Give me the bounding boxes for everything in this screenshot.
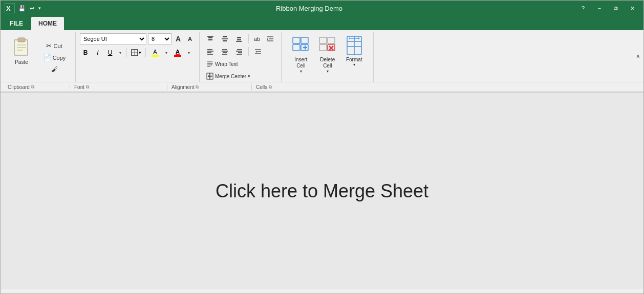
cells-expander[interactable]: ⧉ (269, 84, 272, 90)
svg-text:X: X (6, 5, 11, 12)
delete-cell-label: DeleteCell (320, 57, 335, 69)
align-right-button[interactable] (232, 46, 246, 57)
underline-button[interactable]: U (104, 47, 116, 58)
quick-access-toolbar: 💾 ↩ ▾ (17, 4, 42, 13)
svg-rect-16 (237, 37, 241, 38)
fill-color-button[interactable]: A (148, 47, 162, 58)
font-group: Segoe UI Arial Calibri 8 9 10 11 12 A A … (76, 32, 200, 82)
decrease-indent-button[interactable] (251, 46, 265, 57)
font-name-select[interactable]: Segoe UI Arial Calibri (80, 33, 146, 44)
merge-center-button[interactable]: Merge Center ▾ (204, 71, 253, 82)
borders-button[interactable]: ▾ (130, 47, 143, 58)
svg-marker-46 (208, 75, 209, 77)
format-label: Format (346, 57, 362, 62)
align-sep1 (248, 34, 249, 43)
align-bottom-icon (235, 35, 243, 43)
merge-center-dropdown[interactable]: ▾ (248, 74, 250, 79)
window-controls: ? − ⧉ ✕ (576, 3, 639, 14)
font-shrink-button[interactable]: A (185, 33, 195, 44)
clipboard-expander[interactable]: ⧉ (31, 84, 34, 90)
svg-rect-3 (18, 38, 25, 42)
fill-color-dropdown[interactable]: ▾ (163, 47, 170, 58)
separator2 (145, 48, 146, 57)
format-button[interactable]: Format ▾ (342, 33, 367, 69)
group-labels: Clipboard ⧉ Font ⧉ Alignment ⧉ Cells ⧉ (4, 84, 640, 90)
format-painter-button[interactable]: 🖌 (36, 64, 72, 75)
paste-button[interactable]: Paste (8, 33, 35, 82)
tab-home[interactable]: HOME (31, 17, 64, 30)
clipboard-group: Paste ✂ Cut 📄 Copy 🖌 (4, 32, 76, 82)
paste-icon (12, 36, 31, 59)
align-bottom-section: Wrap Text Merge Center ▾ (204, 46, 277, 82)
cells-label: Cells ⧉ (252, 84, 341, 90)
content-area[interactable]: Click here to Merge Sheet (1, 93, 643, 289)
font-color-dropdown[interactable]: ▾ (185, 47, 192, 58)
delete-cell-button[interactable]: DeleteCell ▾ (315, 33, 340, 76)
font-grow-button[interactable]: A (173, 33, 183, 44)
svg-marker-38 (255, 51, 256, 53)
tab-file[interactable]: FILE (3, 17, 30, 30)
alignment-expander[interactable]: ⧉ (196, 84, 199, 90)
fill-color-bar (152, 55, 159, 57)
customize-qa-btn[interactable]: ▾ (37, 5, 42, 12)
svg-marker-22 (267, 38, 268, 40)
alignment-group-content: ab (204, 33, 277, 82)
close-btn[interactable]: ✕ (625, 3, 639, 14)
clipboard-label: Clipboard ⧉ (4, 84, 70, 90)
help-btn[interactable]: ? (576, 3, 590, 14)
alignment-group: ab (200, 32, 282, 82)
svg-rect-15 (223, 40, 227, 41)
orientation-button[interactable]: ab (251, 33, 263, 44)
wrap-text-icon (206, 60, 213, 67)
svg-rect-12 (208, 39, 212, 40)
merge-row: Merge Center ▾ (204, 71, 277, 82)
alignment-label: Alignment ⧉ (167, 84, 252, 90)
delete-cell-dropdown[interactable]: ▾ (327, 69, 329, 74)
align-center-button[interactable] (218, 46, 231, 57)
undo-qa-btn[interactable]: ↩ (28, 4, 36, 13)
cells-group-content: InsertCell ▾ DeleteCell ▾ (289, 33, 367, 76)
font-size-select[interactable]: 8 9 10 11 12 (148, 33, 171, 44)
save-qa-btn[interactable]: 💾 (17, 4, 27, 13)
svg-rect-11 (208, 37, 212, 38)
font-group-content: Segoe UI Arial Calibri 8 9 10 11 12 A A … (80, 33, 195, 58)
restore-btn[interactable]: ⧉ (609, 3, 623, 14)
format-icon (345, 35, 363, 57)
ribbon-collapse-button[interactable]: ∧ (636, 53, 640, 60)
bold-button[interactable]: B (80, 47, 91, 58)
merge-center-icon (206, 73, 213, 80)
excel-icon: X (5, 3, 15, 13)
tab-bar: FILE HOME (1, 16, 643, 30)
insert-cell-dropdown[interactable]: ▾ (300, 69, 302, 74)
align-top-button[interactable] (204, 33, 217, 44)
wrap-text-button[interactable]: Wrap Text (204, 58, 241, 70)
cut-copy-column: ✂ Cut 📄 Copy 🖌 (36, 33, 72, 82)
font-color-button[interactable]: A (171, 47, 184, 58)
insert-cell-icon (292, 35, 310, 57)
italic-button[interactable]: I (92, 47, 103, 58)
align-middle-button[interactable] (218, 33, 231, 44)
format-painter-icon: 🖌 (51, 65, 58, 73)
increase-indent-button[interactable] (264, 33, 277, 44)
align-bottom-button[interactable] (232, 33, 246, 44)
font-color-icon: A (174, 49, 181, 57)
svg-rect-55 (328, 37, 335, 43)
align-right-icon (235, 48, 243, 56)
ribbon: Paste ✂ Cut 📄 Copy 🖌 (1, 30, 643, 82)
align-middle-icon (221, 35, 229, 43)
wrap-merge-row: Wrap Text (204, 58, 277, 70)
svg-rect-54 (319, 37, 327, 43)
align-left-button[interactable] (204, 46, 217, 57)
minimize-btn[interactable]: − (592, 3, 607, 14)
font-expander[interactable]: ⧉ (86, 84, 89, 90)
clipboard-group-content: Paste ✂ Cut 📄 Copy 🖌 (8, 33, 72, 82)
increase-indent-icon (266, 35, 274, 43)
underline-dropdown[interactable]: ▾ (117, 47, 124, 58)
align-top-icon (206, 35, 214, 43)
cut-button[interactable]: ✂ Cut (36, 40, 72, 52)
svg-marker-47 (211, 75, 212, 77)
insert-cell-button[interactable]: InsertCell ▾ (289, 33, 313, 76)
format-dropdown[interactable]: ▾ (353, 62, 355, 67)
copy-button[interactable]: 📄 Copy (36, 52, 72, 63)
cut-icon: ✂ (46, 42, 52, 50)
